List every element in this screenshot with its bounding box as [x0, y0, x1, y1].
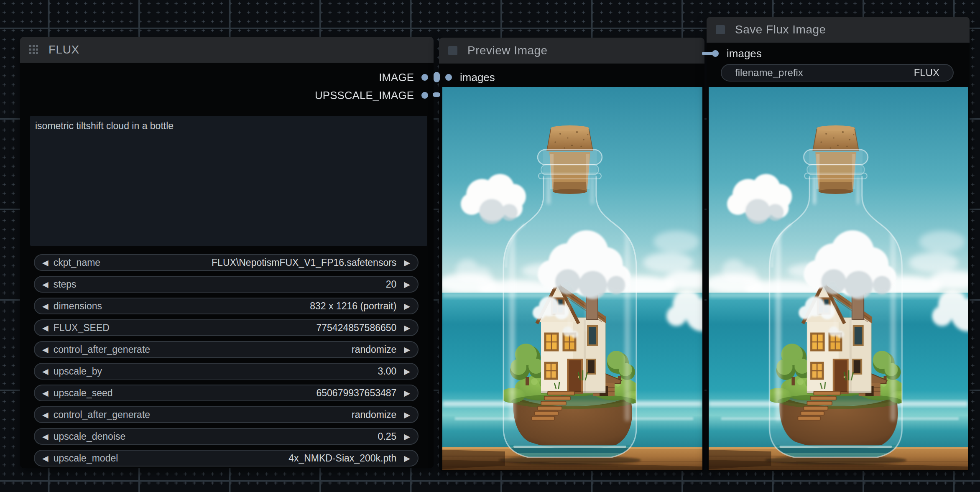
node-preview-image[interactable]: Preview Image images	[439, 38, 704, 471]
widget-filename-prefix[interactable]: filename_prefix FLUX	[721, 64, 954, 82]
widget-increment-arrow[interactable]: ▶	[402, 302, 412, 310]
output-upsscale-image-label: UPSSCALE_IMAGE	[315, 89, 414, 102]
widget-upscale_denoise[interactable]: ◀upscale_denoise0.25▶	[34, 428, 419, 445]
widget-label: control_after_generate	[54, 409, 150, 421]
widget-value: 3.00	[378, 366, 397, 377]
output-upsscale-image: UPSSCALE_IMAGE	[315, 89, 428, 102]
widget-label: ckpt_name	[54, 257, 101, 268]
widget-control_after_generate[interactable]: ◀control_after_generaterandomize▶	[34, 341, 419, 358]
widget-decrement-arrow[interactable]: ◀	[41, 367, 50, 375]
widget-increment-arrow[interactable]: ▶	[402, 389, 412, 397]
widget-increment-arrow[interactable]: ▶	[402, 259, 412, 267]
save-images-label: images	[727, 47, 762, 60]
widget-value: 775424857586650	[316, 322, 397, 334]
widget-value: 832 x 1216 (portrait)	[310, 301, 396, 312]
save-input-images: images	[712, 47, 762, 60]
widget-label: upscale_denoise	[54, 431, 126, 442]
widget-increment-arrow[interactable]: ▶	[402, 346, 412, 354]
output-image: IMAGE	[379, 71, 428, 84]
widget-decrement-arrow[interactable]: ◀	[41, 259, 50, 267]
widget-label: control_after_generate	[54, 344, 150, 355]
node-flux-titlebar[interactable]: FLUX	[20, 37, 434, 63]
widget-control_after_generate[interactable]: ◀control_after_generaterandomize▶	[34, 406, 419, 423]
node-save-titlebar[interactable]: Save Flux Image	[707, 17, 970, 43]
node-grid-icon[interactable]	[29, 45, 38, 54]
widget-value: 20	[386, 279, 397, 290]
node-collapse-icon[interactable]	[716, 25, 725, 34]
widget-decrement-arrow[interactable]: ◀	[41, 389, 50, 397]
widget-label: upscale_by	[54, 366, 102, 377]
preview-images-label: images	[460, 71, 495, 84]
widget-upscale_seed[interactable]: ◀upscale_seed650679937653487▶	[34, 385, 419, 401]
widget-label: upscale_model	[54, 453, 118, 464]
widget-decrement-arrow[interactable]: ◀	[41, 280, 50, 288]
widget-decrement-arrow[interactable]: ◀	[41, 302, 50, 310]
widget-increment-arrow[interactable]: ▶	[402, 367, 412, 375]
widget-decrement-arrow[interactable]: ◀	[41, 346, 50, 354]
output-image-label: IMAGE	[379, 71, 414, 84]
node-flux[interactable]: FLUX IMAGE UPSSCALE_IMAGE isometric tilt…	[20, 37, 434, 468]
node-preview-titlebar[interactable]: Preview Image	[439, 38, 704, 64]
widget-value: randomize	[352, 409, 396, 421]
widget-filename-prefix-value: FLUX	[914, 67, 939, 79]
widget-label: upscale_seed	[54, 387, 113, 399]
output-image-dot[interactable]	[421, 74, 428, 81]
node-preview-title: Preview Image	[467, 44, 548, 57]
widget-value: FLUX\NepotismFUX_V1_FP16.safetensors	[212, 257, 396, 268]
node-save-flux-image[interactable]: Save Flux Image images filename_prefix F…	[707, 17, 970, 471]
prompt-textarea[interactable]: isometric tiltshift cloud in a bottle	[30, 116, 427, 246]
widget-filename-prefix-label: filename_prefix	[735, 67, 803, 79]
widget-increment-arrow[interactable]: ▶	[402, 411, 412, 419]
widget-dimensions[interactable]: ◀dimensions832 x 1216 (portrait)▶	[34, 298, 419, 314]
save-generated-image	[709, 87, 968, 470]
widget-decrement-arrow[interactable]: ◀	[41, 433, 50, 441]
widget-label: dimensions	[54, 301, 102, 312]
widget-FLUX_SEED[interactable]: ◀FLUX_SEED775424857586650▶	[34, 319, 419, 336]
widget-label: steps	[54, 279, 77, 290]
widget-decrement-arrow[interactable]: ◀	[41, 411, 50, 419]
widget-increment-arrow[interactable]: ▶	[402, 280, 412, 288]
widget-steps[interactable]: ◀steps20▶	[34, 276, 419, 293]
link-to-save-images	[702, 52, 714, 55]
link-upsscale-out-stub	[433, 92, 440, 97]
widget-upscale_by[interactable]: ◀upscale_by3.00▶	[34, 363, 419, 380]
preview-input-images: images	[445, 71, 495, 84]
node-save-title: Save Flux Image	[735, 23, 826, 36]
preview-images-dot[interactable]	[445, 74, 452, 81]
preview-generated-image	[442, 87, 702, 470]
widget-value: 650679937653487	[316, 387, 397, 399]
widget-value: 4x_NMKD-Siax_200k.pth	[288, 453, 396, 464]
widget-decrement-arrow[interactable]: ◀	[41, 454, 50, 462]
node-flux-title: FLUX	[48, 43, 79, 56]
link-image-to-preview	[434, 72, 440, 82]
node-collapse-icon[interactable]	[448, 46, 457, 55]
widget-label: FLUX_SEED	[54, 322, 110, 334]
widget-ckpt_name[interactable]: ◀ckpt_nameFLUX\NepotismFUX_V1_FP16.safet…	[34, 254, 419, 271]
widget-increment-arrow[interactable]: ▶	[402, 454, 412, 462]
widget-value: 0.25	[378, 431, 397, 442]
widget-increment-arrow[interactable]: ▶	[402, 433, 412, 441]
widget-value: randomize	[352, 344, 396, 355]
widget-decrement-arrow[interactable]: ◀	[41, 324, 50, 332]
widget-increment-arrow[interactable]: ▶	[402, 324, 412, 332]
widget-upscale_model[interactable]: ◀upscale_model4x_NMKD-Siax_200k.pth▶	[34, 450, 419, 467]
output-upsscale-image-dot[interactable]	[421, 92, 428, 99]
